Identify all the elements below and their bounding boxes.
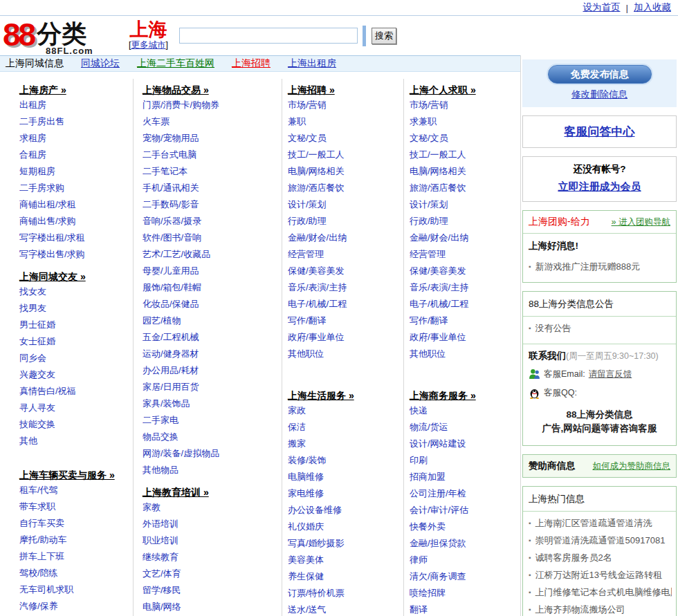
category-link[interactable]: 经营管理 <box>410 246 520 263</box>
category-link[interactable]: 技工/一般工人 <box>410 147 520 163</box>
category-link[interactable]: 电子/机械/工程 <box>410 296 520 312</box>
list-item[interactable]: 没有公告 <box>529 319 672 337</box>
category-link[interactable]: 二手台式电脑 <box>143 147 282 163</box>
category-link[interactable]: 真情告白/祝福 <box>19 383 133 400</box>
category-link[interactable]: 市场/营销 <box>288 97 403 113</box>
list-item[interactable]: 诚聘客房服务员2名 <box>529 549 672 566</box>
category-link[interactable]: 办公用品/耗材 <box>143 362 282 379</box>
category-link[interactable]: 寻人寻友 <box>19 400 133 416</box>
category-link[interactable]: 艺术/工艺/收藏品 <box>143 246 282 263</box>
category-link[interactable]: 公司注册/年检 <box>410 485 520 502</box>
category-header[interactable]: 上海招聘 » <box>288 83 403 97</box>
category-link[interactable]: 清欠/商务调查 <box>410 568 520 585</box>
category-link[interactable]: 二手房求购 <box>19 180 133 196</box>
groupon-nav-link[interactable]: » 进入团购导航 <box>612 216 670 228</box>
category-link[interactable]: 金融/担保贷款 <box>410 535 520 552</box>
category-link[interactable]: 电脑/网络相关 <box>410 163 520 180</box>
category-header[interactable]: 上海生活服务 » <box>288 389 403 402</box>
category-link[interactable]: 商铺出售/求购 <box>19 213 133 230</box>
category-link[interactable]: 喷绘招牌 <box>410 585 520 601</box>
search-input[interactable] <box>179 28 358 44</box>
category-link[interactable]: 金融/财会/出纳 <box>410 230 520 246</box>
category-link[interactable]: 继续教育 <box>143 549 282 566</box>
category-link[interactable]: 家政 <box>288 402 403 419</box>
category-link[interactable]: 服饰/箱包/鞋帽 <box>143 279 282 296</box>
category-link[interactable]: 快递 <box>410 402 520 419</box>
category-link[interactable]: 家教 <box>143 499 282 516</box>
category-link[interactable]: 门票/消费卡/购物券 <box>143 97 282 113</box>
category-link[interactable]: 无车司机求职 <box>19 581 133 598</box>
category-link[interactable]: 养生保健 <box>288 568 403 585</box>
category-link[interactable]: 写真/婚纱摄影 <box>288 535 403 552</box>
category-link[interactable]: 音响/乐器/摄录 <box>143 213 282 230</box>
category-link[interactable]: 女士征婚 <box>19 333 133 350</box>
category-link[interactable]: 二手数码/影音 <box>143 196 282 213</box>
category-link[interactable]: 职业培训 <box>143 532 282 549</box>
category-link[interactable]: 写作/翻译 <box>288 312 403 329</box>
category-link[interactable]: 求兼职 <box>410 113 520 130</box>
category-link[interactable]: 家居/日用百货 <box>143 379 282 395</box>
list-item[interactable]: 江桥万达附近13号线金运路转租 <box>529 566 672 584</box>
nav-item-3[interactable]: 上海招聘 <box>232 57 271 70</box>
category-link[interactable]: 订票/特价机票 <box>288 585 403 601</box>
email-feedback-link[interactable]: 请留言反馈 <box>589 368 632 380</box>
category-link[interactable]: 办公设备维修 <box>288 502 403 519</box>
category-link[interactable]: 设计/策划 <box>410 196 520 213</box>
category-link[interactable]: 留学/移民 <box>143 582 282 599</box>
category-link[interactable]: 找女友 <box>19 283 133 300</box>
category-link[interactable]: 手机/通讯相关 <box>143 180 282 196</box>
category-link[interactable]: 行政/助理 <box>410 213 520 230</box>
category-link[interactable]: 其他物品 <box>143 462 282 478</box>
nav-item-2[interactable]: 上海二手车百姓网 <box>137 57 214 70</box>
category-link[interactable]: 设计/网站建设 <box>410 436 520 452</box>
category-link[interactable]: 商铺出租/求租 <box>19 196 133 213</box>
category-link[interactable]: 软件/图书/音响 <box>143 230 282 246</box>
category-link[interactable]: 保健/美容美发 <box>410 263 520 279</box>
category-link[interactable]: 其他职位 <box>288 346 403 362</box>
category-link[interactable]: 家具/装饰品 <box>143 395 282 412</box>
category-link[interactable]: 行政/助理 <box>288 213 403 230</box>
category-link[interactable]: 合租房 <box>19 147 133 163</box>
category-link[interactable]: 物流/货运 <box>410 419 520 436</box>
list-item[interactable]: 上海南汇区管道疏通管道清洗 <box>529 514 672 532</box>
category-link[interactable]: 其他职位 <box>410 346 520 362</box>
category-link[interactable]: 金融/财会/出纳 <box>288 230 403 246</box>
category-link[interactable]: 市场/营销 <box>410 97 520 113</box>
category-link[interactable]: 美容美体 <box>288 552 403 568</box>
list-item[interactable]: 上门维修笔记本台式机电脑维修电脑 <box>529 584 672 601</box>
qa-center-link[interactable]: 客服问答中心 <box>565 125 635 138</box>
register-link[interactable]: 立即注册成为会员 <box>523 180 676 194</box>
list-item[interactable]: 新游戏推广注册玩赠888元 <box>529 258 672 275</box>
category-link[interactable]: 男士征婚 <box>19 317 133 333</box>
category-header[interactable]: 上海商务服务 » <box>410 389 520 402</box>
category-link[interactable]: 其他 <box>19 433 133 449</box>
category-link[interactable]: 家电维修 <box>288 485 403 502</box>
category-link[interactable]: 写字楼出售/求购 <box>19 246 133 263</box>
category-link[interactable]: 音乐/表演/主持 <box>288 279 403 296</box>
category-link[interactable]: 网游/装备/虚拟物品 <box>143 445 282 462</box>
more-cities-link[interactable]: 更多城市 <box>131 40 165 50</box>
add-favorite-link[interactable]: 加入收藏 <box>634 1 671 14</box>
category-link[interactable]: 律师 <box>410 552 520 568</box>
category-link[interactable]: 外语培训 <box>143 516 282 532</box>
category-link[interactable]: 兼职 <box>288 113 403 130</box>
category-link[interactable]: 租车/代驾 <box>19 482 133 498</box>
nav-item-4[interactable]: 上海出租房 <box>288 57 336 70</box>
category-link[interactable]: 文艺/体育 <box>143 566 282 582</box>
category-link[interactable]: 汽修/保养 <box>19 598 133 615</box>
category-link[interactable]: 运动/健身器材 <box>143 346 282 362</box>
category-link[interactable]: 出租房 <box>19 97 133 113</box>
category-link[interactable]: 找男友 <box>19 300 133 317</box>
sponsor-how-link[interactable]: 如何成为赞助商信息 <box>593 460 671 472</box>
search-button[interactable]: 搜索 <box>372 28 396 44</box>
category-header[interactable]: 上海车辆买卖与服务 » <box>19 468 133 482</box>
category-link[interactable]: 设计/策划 <box>288 196 403 213</box>
category-link[interactable]: 自行车买卖 <box>19 515 133 532</box>
category-link[interactable]: 兴趣交友 <box>19 366 133 383</box>
category-link[interactable]: 母婴/儿童用品 <box>143 263 282 279</box>
category-link[interactable]: 求租房 <box>19 130 133 147</box>
category-link[interactable]: 招商加盟 <box>410 469 520 485</box>
site-logo[interactable]: 88 分类 88FL.com <box>3 17 120 55</box>
category-link[interactable]: 旅游/酒店餐饮 <box>410 180 520 196</box>
category-link[interactable]: 政府/事业单位 <box>410 329 520 346</box>
